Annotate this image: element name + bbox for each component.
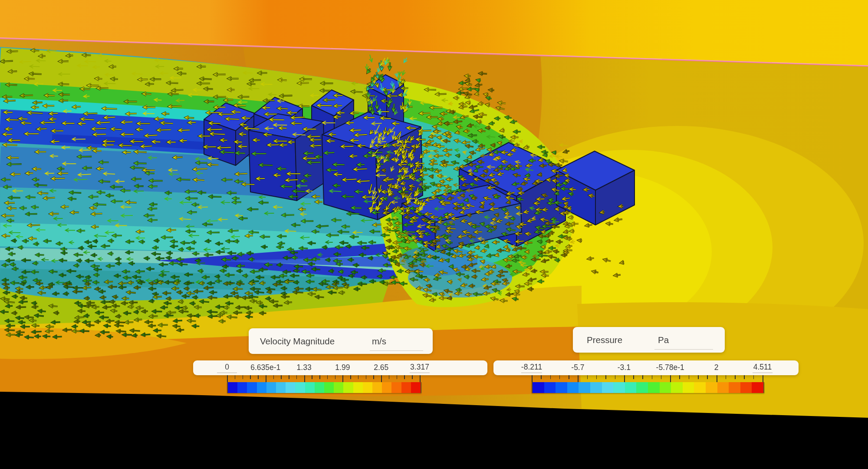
colorbar-band bbox=[266, 382, 276, 393]
colorbar-band bbox=[579, 382, 590, 393]
colorbar-band bbox=[334, 382, 343, 393]
colorbar-band bbox=[556, 382, 567, 393]
tick-label: -3.1 bbox=[614, 363, 634, 373]
minor-tick bbox=[235, 375, 236, 379]
major-tick bbox=[763, 375, 763, 382]
minor-tick bbox=[258, 375, 259, 379]
minor-tick bbox=[335, 375, 336, 379]
major-tick bbox=[381, 375, 382, 382]
minor-tick bbox=[289, 375, 289, 379]
colorbar-band bbox=[660, 382, 671, 393]
cfd-viewport[interactable]: Velocity Magnitude m/s 06.635e-11.331.99… bbox=[0, 0, 868, 469]
major-tick bbox=[304, 375, 305, 382]
colorbar-band bbox=[411, 382, 421, 393]
colorbar-band bbox=[717, 382, 729, 393]
pressure-legend-title-panel: Pressure Pa bbox=[573, 327, 725, 353]
tick-label[interactable]: -8.211 bbox=[521, 363, 542, 373]
pressure-legend-scale-panel: -8.211-5.7-3.1-5.78e-124.511 bbox=[493, 360, 799, 375]
colorbar-band bbox=[401, 382, 411, 393]
minor-tick bbox=[744, 375, 745, 379]
minor-tick bbox=[319, 375, 320, 379]
major-tick bbox=[342, 375, 343, 382]
tick-label: 6.635e-1 bbox=[250, 363, 280, 373]
minor-tick bbox=[296, 375, 297, 379]
colorbar-band bbox=[544, 382, 556, 393]
colorbar-band bbox=[228, 382, 237, 393]
tick-label[interactable]: 4.511 bbox=[753, 363, 773, 373]
major-tick bbox=[266, 375, 266, 382]
colorbar-band bbox=[740, 382, 752, 393]
colorbar-band bbox=[694, 382, 706, 393]
pressure-unit-field[interactable]: Pa bbox=[658, 335, 669, 345]
tick-label: 1.99 bbox=[332, 363, 352, 373]
minor-tick bbox=[707, 375, 708, 379]
velocity-legend-title: Velocity Magnitude bbox=[260, 336, 335, 347]
minor-tick bbox=[642, 375, 643, 379]
major-tick bbox=[717, 375, 717, 382]
major-tick bbox=[578, 375, 579, 382]
minor-tick bbox=[350, 375, 351, 379]
colorbar-band bbox=[286, 382, 295, 393]
major-tick bbox=[227, 375, 228, 382]
minor-tick bbox=[412, 375, 413, 379]
colorbar-band bbox=[636, 382, 648, 393]
tick-label[interactable]: 0 bbox=[217, 363, 237, 373]
tick-label: -5.7 bbox=[568, 363, 588, 373]
colorbar-band bbox=[237, 382, 247, 393]
minor-tick bbox=[605, 375, 606, 379]
minor-tick bbox=[735, 375, 736, 379]
minor-tick bbox=[281, 375, 282, 379]
minor-tick bbox=[389, 375, 390, 379]
colorbar-band bbox=[295, 382, 305, 393]
velocity-unit-field[interactable]: m/s bbox=[372, 336, 386, 347]
minor-tick bbox=[312, 375, 312, 379]
colorbar-band bbox=[752, 382, 763, 393]
minor-tick bbox=[698, 375, 699, 379]
colorbar-band bbox=[305, 382, 315, 393]
minor-tick bbox=[587, 375, 588, 379]
colorbar-band bbox=[729, 382, 740, 393]
minor-tick bbox=[358, 375, 359, 379]
colorbar-band bbox=[648, 382, 660, 393]
pressure-colorbar bbox=[532, 382, 764, 393]
colorbar-band bbox=[567, 382, 579, 393]
major-tick bbox=[624, 375, 625, 382]
major-tick bbox=[532, 375, 533, 382]
tick-label[interactable]: 3.317 bbox=[410, 363, 430, 373]
minor-tick bbox=[273, 375, 274, 379]
minor-tick bbox=[679, 375, 680, 379]
minor-tick bbox=[366, 375, 367, 379]
colorbar-band bbox=[683, 382, 694, 393]
pressure-unit-underline[interactable] bbox=[654, 349, 713, 350]
minor-tick bbox=[327, 375, 328, 379]
minor-tick bbox=[726, 375, 727, 379]
minor-tick bbox=[596, 375, 597, 379]
velocity-colorbar-ticks bbox=[227, 375, 420, 382]
tick-label: 1.33 bbox=[294, 363, 314, 373]
velocity-unit-underline[interactable] bbox=[370, 350, 423, 351]
colorbar-band bbox=[247, 382, 256, 393]
pressure-colorbar-ticks bbox=[532, 375, 763, 382]
colorbar-band bbox=[706, 382, 717, 393]
colorbar-band bbox=[315, 382, 324, 393]
minor-tick bbox=[250, 375, 251, 379]
tick-label: 2 bbox=[707, 363, 727, 373]
major-tick bbox=[670, 375, 671, 382]
minor-tick bbox=[569, 375, 569, 379]
colorbar-band bbox=[353, 382, 363, 393]
colorbar-band bbox=[372, 382, 382, 393]
pressure-legend-title: Pressure bbox=[587, 335, 622, 345]
tick-label: -5.78e-1 bbox=[656, 363, 684, 373]
colorbar-band bbox=[671, 382, 683, 393]
colorbar-band bbox=[533, 382, 544, 393]
major-tick bbox=[420, 375, 421, 382]
minor-tick bbox=[397, 375, 398, 379]
minor-tick bbox=[652, 375, 653, 379]
minor-tick bbox=[661, 375, 662, 379]
colorbar-band bbox=[382, 382, 391, 393]
minor-tick bbox=[559, 375, 560, 379]
velocity-colorbar bbox=[227, 382, 421, 393]
colorbar-band bbox=[363, 382, 372, 393]
minor-tick bbox=[615, 375, 616, 379]
colorbar-band bbox=[324, 382, 334, 393]
